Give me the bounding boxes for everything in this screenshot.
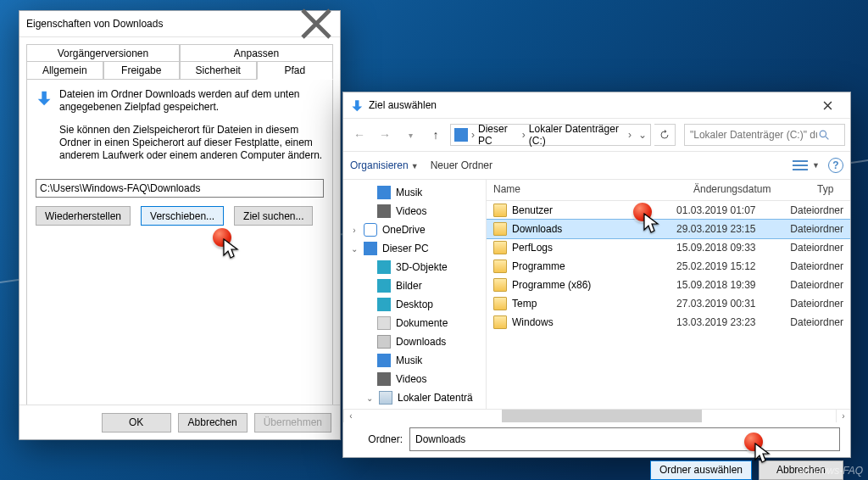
- nav-item-label: Dokumente: [396, 317, 448, 329]
- pc-icon: [364, 242, 377, 255]
- breadcrumb[interactable]: › Dieser PC › Lokaler Datenträger (C:) ›…: [450, 124, 651, 146]
- tab-sharing[interactable]: Freigabe: [103, 61, 181, 80]
- row-name: Temp: [512, 298, 537, 310]
- crumb-this-pc[interactable]: Dieser PC: [478, 123, 519, 147]
- navigation-pane[interactable]: MusikVideos›OneDrive⌄Dieser PC3D-Objekte…: [343, 180, 487, 409]
- view-icon: [793, 159, 808, 171]
- folder-icon: [493, 297, 507, 310]
- expand-caret-icon[interactable]: ⌄: [350, 244, 359, 254]
- video-icon: [377, 204, 391, 218]
- crumb-sep-icon: ›: [628, 129, 632, 141]
- table-row[interactable]: Programme25.02.2019 15:12Dateiordner: [487, 257, 850, 276]
- apply-button: Übernehmen: [254, 413, 331, 433]
- find-target-button[interactable]: Ziel suchen...: [234, 206, 313, 226]
- table-row[interactable]: Windows13.03.2019 23:23Dateiordner: [487, 313, 850, 332]
- nav-item-dokumente[interactable]: Dokumente: [343, 314, 486, 332]
- restore-default-button[interactable]: Wiederherstellen: [36, 206, 131, 226]
- new-folder-button[interactable]: Neuer Ordner: [431, 159, 492, 171]
- doc-icon: [377, 316, 391, 330]
- nav-item-label: Downloads: [396, 336, 446, 348]
- dialog-icon: [350, 98, 365, 113]
- search-icon: [819, 130, 830, 141]
- help-button[interactable]: ?: [828, 158, 843, 173]
- expand-caret-icon[interactable]: ›: [350, 226, 359, 235]
- cancel-button[interactable]: Abbrechen: [178, 413, 248, 433]
- table-row[interactable]: Benutzer01.03.2019 01:07Dateiordner: [487, 201, 850, 220]
- path-heading: Dateien im Ordner Downloads werden auf d…: [59, 88, 324, 114]
- search-box[interactable]: [684, 124, 845, 146]
- nav-item-label: Musik: [396, 354, 422, 366]
- folder-icon: [493, 222, 507, 236]
- ok-button[interactable]: OK: [102, 413, 171, 433]
- folder-label: Ordner:: [343, 433, 403, 445]
- dialog-buttons: Ordner auswählen Abbrechen: [343, 453, 850, 480]
- properties-titlebar[interactable]: Eigenschaften von Downloads: [19, 11, 340, 37]
- nav-up-button[interactable]: ↑: [425, 124, 447, 146]
- tab-panel-path: Dateien im Ordner Downloads werden auf d…: [26, 79, 333, 420]
- nav-back-button[interactable]: ←: [348, 124, 370, 146]
- nav-item-label: 3D-Objekte: [396, 261, 448, 273]
- properties-footer: OK Abbrechen Übernehmen: [19, 405, 340, 439]
- col-date[interactable]: Änderungsdatum: [687, 180, 810, 200]
- nav-item-musik[interactable]: Musik: [343, 183, 486, 202]
- folder-name-input[interactable]: [409, 427, 840, 451]
- search-input[interactable]: [688, 128, 819, 142]
- dialog-titlebar[interactable]: Ziel auswählen: [343, 92, 850, 119]
- crumb-drive-c[interactable]: Lokaler Datenträger (C:): [529, 123, 625, 147]
- nav-item-videos[interactable]: Videos: [343, 370, 486, 388]
- nav-item-desktop[interactable]: Desktop: [343, 295, 486, 314]
- horizontal-scrollbar[interactable]: ‹ ›: [343, 409, 850, 422]
- folder-icon: [493, 204, 507, 217]
- row-name: Benutzer: [512, 204, 553, 216]
- organize-menu[interactable]: Organisieren▼: [350, 159, 419, 171]
- table-row[interactable]: Temp27.03.2019 00:31Dateiordner: [487, 294, 850, 313]
- tab-security[interactable]: Sicherheit: [180, 61, 257, 80]
- row-type: Dateiordner: [783, 316, 850, 328]
- tab-customize[interactable]: Anpassen: [180, 44, 333, 62]
- nav-item-dieser-pc[interactable]: ⌄Dieser PC: [343, 239, 486, 258]
- row-type: Dateiordner: [783, 279, 850, 291]
- dialog-close-button[interactable]: [810, 93, 845, 117]
- refresh-button[interactable]: [654, 124, 676, 146]
- select-folder-button[interactable]: Ordner auswählen: [650, 460, 752, 480]
- nav-item-lokaler-datentr-[interactable]: ⌄Lokaler Datenträ: [343, 388, 486, 407]
- nav-item-label: Desktop: [396, 299, 433, 310]
- col-name[interactable]: Name: [487, 180, 687, 200]
- move-button[interactable]: Verschieben...: [141, 206, 224, 226]
- view-options-button[interactable]: ▼: [793, 159, 820, 171]
- nav-item-3d-objekte[interactable]: 3D-Objekte: [343, 258, 486, 276]
- folder-icon: [493, 315, 507, 329]
- nav-item-musik[interactable]: Musik: [343, 351, 486, 370]
- row-name: Downloads: [512, 223, 562, 235]
- table-row[interactable]: Programme (x86)15.09.2018 19:39Dateiordn…: [487, 276, 850, 294]
- target-path-input[interactable]: [36, 179, 324, 198]
- folder-icon: [493, 260, 507, 273]
- tab-general[interactable]: Allgemein: [26, 61, 103, 80]
- scroll-left-icon[interactable]: ‹: [343, 410, 358, 422]
- nav-item-onedrive[interactable]: ›OneDrive: [343, 220, 486, 239]
- nav-item-bilder[interactable]: Bilder: [343, 276, 486, 295]
- tabs-container: Vorgängerversionen Anpassen Allgemein Fr…: [19, 37, 340, 420]
- nav-item-label: Videos: [396, 205, 426, 217]
- scroll-thumb[interactable]: [502, 410, 702, 422]
- tab-path[interactable]: Pfad: [257, 61, 334, 80]
- row-date: 27.03.2019 00:31: [670, 298, 783, 310]
- table-row[interactable]: PerfLogs15.09.2018 09:33Dateiordner: [487, 238, 850, 257]
- nav-item-videos[interactable]: Videos: [343, 202, 486, 220]
- crumb-sep-icon: ›: [522, 129, 526, 141]
- list-header[interactable]: Name Änderungsdatum Typ: [487, 180, 850, 201]
- nav-item-downloads[interactable]: Downloads: [343, 332, 486, 351]
- row-date: 01.03.2019 01:07: [670, 204, 783, 216]
- crumb-dropdown-icon[interactable]: ⌄: [638, 129, 647, 141]
- table-row[interactable]: Downloads29.03.2019 23:15Dateiordner: [487, 220, 850, 238]
- scroll-right-icon[interactable]: ›: [836, 410, 850, 422]
- nav-item-label: OneDrive: [382, 224, 426, 236]
- close-button[interactable]: [299, 12, 333, 36]
- tab-previous-versions[interactable]: Vorgängerversionen: [26, 44, 180, 62]
- folder-picker-dialog: Ziel auswählen ← → ▾ ↑ › Dieser PC › Lok…: [342, 92, 851, 458]
- row-type: Dateiordner: [783, 298, 850, 310]
- cloud-icon: [364, 223, 377, 237]
- nav-recent-button[interactable]: ▾: [399, 124, 421, 146]
- col-type[interactable]: Typ: [810, 180, 850, 200]
- expand-caret-icon[interactable]: ⌄: [365, 393, 374, 403]
